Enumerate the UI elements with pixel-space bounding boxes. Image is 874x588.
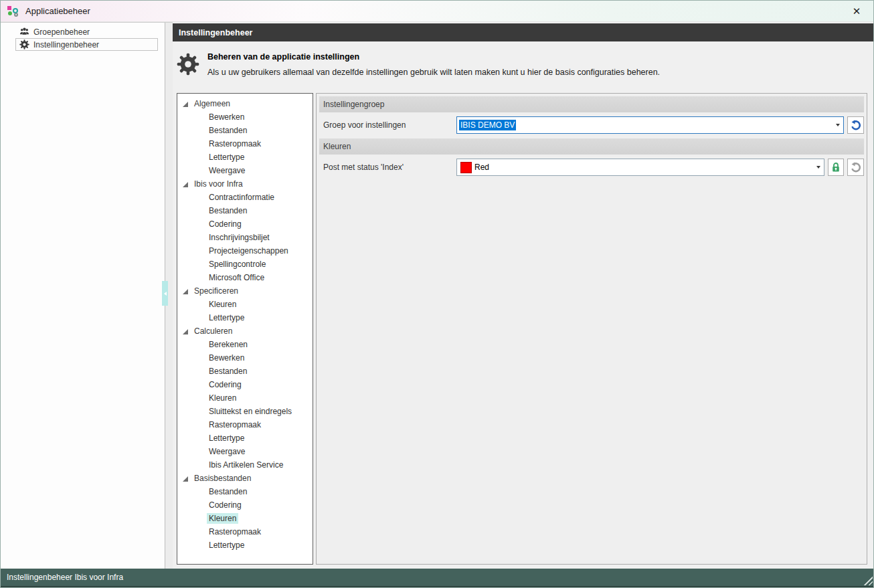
statusbar-text: Instellingenbeheer Ibis voor Infra	[7, 573, 123, 582]
tree-child[interactable]: Lettertype	[182, 538, 313, 552]
tree-child[interactable]: Inschrijvingsbiljet	[182, 231, 313, 244]
tree-child-label: Kleuren	[207, 299, 238, 310]
resize-grip[interactable]	[863, 575, 873, 585]
tree-child[interactable]: Codering	[182, 378, 313, 391]
color-combobox[interactable]: Red	[456, 159, 824, 176]
undo-icon	[850, 162, 861, 173]
tree-child[interactable]: Weergave	[182, 164, 313, 177]
section-subtitle: Beheren van de applicatie instellingen	[207, 52, 660, 62]
tree-child[interactable]: Lettertype	[182, 431, 313, 445]
tree-child[interactable]: Rasteropmaak	[182, 137, 313, 151]
tree-child[interactable]: Bestanden	[182, 204, 313, 217]
tree-child[interactable]: Kleuren	[182, 512, 313, 525]
main-panel: Instellingenbeheer	[173, 22, 873, 569]
chevron-down-icon[interactable]	[812, 159, 824, 175]
splitter-collapse-handle[interactable]	[162, 281, 168, 306]
tree-child[interactable]: Lettertype	[182, 311, 313, 324]
panel-title: Instellingenbeheer	[173, 23, 873, 41]
setting-row-post-met-status-index: Post met status 'Index' Red	[319, 159, 864, 176]
tree-child[interactable]: Kleuren	[182, 298, 313, 311]
gear-icon	[19, 39, 29, 50]
tree-node[interactable]: Specificeren	[182, 284, 313, 298]
tree-expander-icon[interactable]	[183, 329, 188, 334]
tree-node[interactable]: Calculeren	[182, 324, 313, 338]
tree-child[interactable]: Spellingcontrole	[182, 258, 313, 271]
tree-child-label: Projecteigenschappen	[207, 246, 290, 256]
tree-child-label: Lettertype	[207, 540, 246, 551]
tree-child[interactable]: Bestanden	[182, 485, 313, 498]
tree-child[interactable]: Bestanden	[182, 124, 313, 137]
nav-item-groepenbeheer[interactable]: Groepenbeheer	[15, 25, 158, 38]
tree-expander-icon[interactable]	[183, 182, 188, 187]
tree-child[interactable]: Ibis Artikelen Service	[182, 458, 313, 472]
tree-child-label: Contractinformatie	[207, 192, 276, 203]
tree-child[interactable]: Kleuren	[182, 391, 313, 405]
combobox-value: Red	[474, 163, 489, 172]
tree-child-label: Microsoft Office	[207, 272, 266, 283]
tree-child[interactable]: Codering	[182, 498, 313, 512]
tree-child-label: Ibis Artikelen Service	[207, 460, 285, 470]
section-header-kleuren: Kleuren	[319, 138, 864, 155]
group-combobox[interactable]: IBIS DEMO BV	[456, 116, 844, 134]
undo-button-disabled[interactable]	[847, 159, 864, 176]
tree-child-label: Rasteropmaak	[207, 419, 263, 430]
tree-child[interactable]: Berekenen	[182, 338, 313, 351]
tree-child[interactable]: Codering	[182, 217, 313, 231]
tree-child-label: Bestanden	[207, 205, 249, 216]
tree-node-label: Algemeen	[192, 98, 232, 109]
setting-row-groep-voor-instellingen: Groep voor instellingen IBIS DEMO BV	[319, 116, 864, 134]
setting-label: Groep voor instellingen	[319, 120, 456, 130]
tree-child[interactable]: Bewerken	[182, 351, 313, 365]
tree-child-label: Sluittekst en eindregels	[207, 406, 294, 417]
people-group-icon	[19, 27, 29, 37]
tree-child[interactable]: Rasteropmaak	[182, 418, 313, 431]
tree-child[interactable]: Microsoft Office	[182, 271, 313, 284]
tree-child[interactable]: Rasteropmaak	[182, 525, 313, 538]
statusbar: Instellingenbeheer Ibis voor Infra	[1, 569, 873, 587]
tree-child[interactable]: Lettertype	[182, 151, 313, 164]
tree-child-label: Bestanden	[207, 486, 249, 497]
tree-child[interactable]: Bewerken	[182, 110, 313, 124]
tree-expander-icon[interactable]	[183, 476, 188, 482]
tree-child-label: Lettertype	[207, 312, 246, 323]
chevron-down-icon[interactable]	[832, 117, 843, 133]
tree-child-label: Codering	[207, 219, 244, 229]
tree-child-label: Lettertype	[207, 152, 246, 163]
tree-child-label: Kleuren	[207, 513, 238, 524]
tree-expander-icon[interactable]	[183, 102, 188, 107]
nav-item-label: Instellingenbeheer	[33, 40, 99, 50]
description-area: Beheren van de applicatie instellingen A…	[173, 41, 873, 87]
app-window: Applicatiebeheer ✕ Groepenbeheer	[0, 0, 874, 588]
tree-node-label: Ibis voor Infra	[192, 179, 245, 189]
splitter[interactable]	[165, 22, 173, 569]
tree-child-label: Bestanden	[207, 125, 249, 136]
settings-panel: Instellingengroep Groep voor instellinge…	[316, 93, 867, 565]
tree-child-label: Weergave	[207, 165, 247, 176]
tree-child[interactable]: Weergave	[182, 445, 313, 458]
tree-child[interactable]: Bestanden	[182, 365, 313, 378]
setting-label: Post met status 'Index'	[319, 163, 456, 172]
tree-child-label: Bestanden	[207, 366, 249, 377]
tree-expander-icon[interactable]	[183, 289, 188, 294]
tree-child-label: Rasteropmaak	[207, 526, 263, 537]
lock-button[interactable]	[828, 159, 844, 176]
tree-child[interactable]: Projecteigenschappen	[182, 244, 313, 258]
tree-node[interactable]: Ibis voor Infra	[182, 177, 313, 191]
color-swatch	[460, 162, 472, 173]
lock-icon	[831, 162, 841, 173]
tree-child-label: Berekenen	[207, 339, 250, 350]
tree-child[interactable]: Sluittekst en eindregels	[182, 405, 313, 418]
tree-child-label: Inschrijvingsbiljet	[207, 232, 272, 243]
close-icon[interactable]: ✕	[847, 3, 867, 20]
combobox-value: IBIS DEMO BV	[459, 120, 516, 130]
window-title: Applicatiebeheer	[25, 6, 90, 16]
tree-child[interactable]: Contractinformatie	[182, 191, 313, 204]
tree-node[interactable]: Basisbestanden	[182, 472, 313, 485]
tree-child-label: Weergave	[207, 446, 247, 457]
tree-node[interactable]: Algemeen	[182, 97, 313, 110]
titlebar: Applicatiebeheer ✕	[1, 1, 873, 22]
undo-icon	[850, 120, 861, 131]
tree-child-label: Codering	[207, 500, 244, 510]
undo-button[interactable]	[847, 116, 864, 134]
nav-item-instellingenbeheer[interactable]: Instellingenbeheer	[15, 38, 158, 51]
